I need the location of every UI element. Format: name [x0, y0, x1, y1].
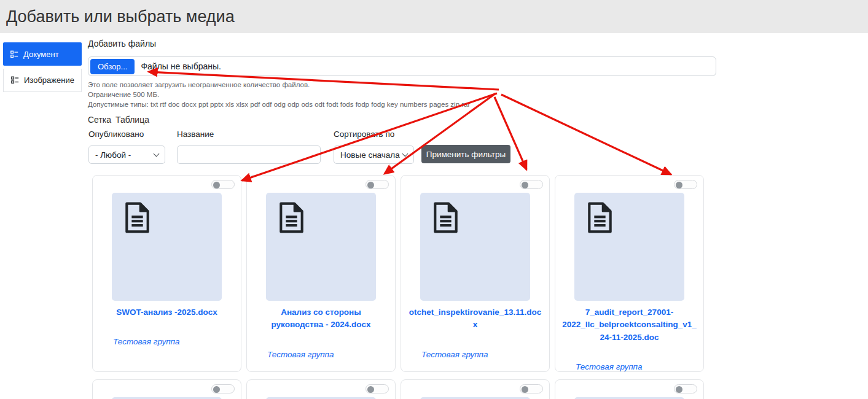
media-card [401, 379, 550, 399]
help-line-unlimited: Это поле позволяет загрузить неограничен… [88, 80, 470, 90]
media-group-link[interactable]: Тестовая группа [113, 337, 180, 346]
apply-filters-button[interactable]: Применить фильтры [421, 145, 510, 163]
group-row: Тестовая группа [421, 349, 549, 360]
media-file-link[interactable]: otchet_inspektirovanie_13.11.docx [401, 306, 549, 331]
toggle-knob [213, 386, 220, 393]
group-row: Тестовая группа [267, 349, 395, 360]
toggle-knob [676, 386, 682, 393]
document-preview [266, 193, 376, 301]
checklist-icon [10, 50, 18, 58]
view-table-link[interactable]: Таблица [115, 115, 149, 125]
tab-image-label: Изображение [24, 76, 74, 85]
browse-button[interactable]: Обзор... [90, 59, 135, 74]
published-filter-value: - Любой - [95, 150, 131, 160]
upload-field-label: Добавить файлы [88, 39, 156, 48]
media-card [555, 379, 704, 399]
dialog-header: Добавить или выбрать медиа [0, 0, 868, 33]
view-grid-link[interactable]: Сетка [88, 115, 111, 125]
page-title: Добавить или выбрать медиа [6, 7, 235, 26]
file-text-icon [429, 200, 463, 235]
media-card: SWOT-анализ -2025.docx Тестовая группа [92, 175, 241, 372]
select-media-toggle[interactable] [366, 384, 389, 393]
select-media-toggle[interactable] [520, 180, 543, 189]
toggle-knob [676, 182, 682, 188]
media-type-tabs: Документ Изображение [3, 42, 82, 92]
upload-help-text: Это поле позволяет загрузить неограничен… [88, 80, 470, 109]
tab-document-label: Документ [23, 50, 59, 59]
chevron-down-icon [402, 150, 409, 157]
name-filter-label: Название [177, 130, 214, 139]
file-text-icon [120, 200, 154, 235]
toggle-knob [522, 386, 528, 393]
annotation-arrow-card4-toggle [501, 95, 671, 174]
help-line-limit: Ограничение 500 МБ. [88, 90, 470, 99]
media-file-link[interactable]: SWOT-анализ -2025.docx [93, 306, 241, 319]
published-filter-select[interactable]: - Любой - [88, 145, 165, 164]
media-group-link[interactable]: Тестовая группа [421, 350, 488, 359]
sort-select-value: Новые сначала [340, 150, 400, 160]
file-upload-input[interactable]: Обзор... Файлы не выбраны. [88, 56, 716, 76]
media-file-link[interactable]: 7_audit_report_27001-2022_llc_belproektc… [555, 306, 703, 344]
toggle-knob [213, 182, 220, 188]
media-card: Анализ со стороны руководства - 2024.doc… [246, 175, 396, 372]
tab-document[interactable]: Документ [3, 42, 82, 66]
published-filter-label: Опубликовано [88, 130, 144, 139]
sort-select[interactable]: Новые сначала [334, 145, 414, 164]
name-filter-input[interactable] [177, 145, 321, 164]
select-media-toggle[interactable] [211, 180, 235, 189]
document-preview [112, 193, 222, 301]
file-text-icon [583, 200, 617, 235]
group-row: Тестовая группа [576, 361, 703, 372]
select-media-toggle[interactable] [674, 384, 697, 393]
media-card [246, 379, 396, 399]
media-group-link[interactable]: Тестовая группа [267, 350, 334, 359]
media-card: otchet_inspektirovanie_13.11.docx Тестов… [401, 175, 550, 372]
chevron-down-icon [154, 150, 160, 157]
help-line-types: Допустимые типы: txt rtf doc docx ppt pp… [88, 99, 470, 109]
view-switcher: Сетка Таблица [88, 115, 149, 125]
media-grid: SWOT-анализ -2025.docx Тестовая группа А… [92, 175, 704, 399]
sort-filter-label: Сортировать по [334, 130, 394, 139]
no-files-text: Файлы не выбраны. [141, 61, 221, 71]
checklist-icon [11, 76, 19, 84]
toggle-knob [367, 386, 374, 393]
file-text-icon [275, 200, 308, 235]
select-media-toggle[interactable] [674, 180, 697, 189]
select-media-toggle[interactable] [520, 384, 543, 393]
select-media-toggle[interactable] [366, 180, 389, 189]
media-card: 7_audit_report_27001-2022_llc_belproektc… [555, 175, 704, 372]
tab-image[interactable]: Изображение [3, 69, 82, 92]
document-preview [574, 193, 684, 301]
toggle-knob [522, 182, 528, 188]
media-card [92, 379, 241, 399]
select-media-toggle[interactable] [211, 384, 235, 393]
media-group-link[interactable]: Тестовая группа [576, 362, 643, 371]
media-file-link[interactable]: Анализ со стороны руководства - 2024.doc… [247, 306, 395, 331]
document-preview [420, 193, 530, 301]
group-row: Тестовая группа [113, 336, 241, 347]
toggle-knob [367, 182, 374, 188]
